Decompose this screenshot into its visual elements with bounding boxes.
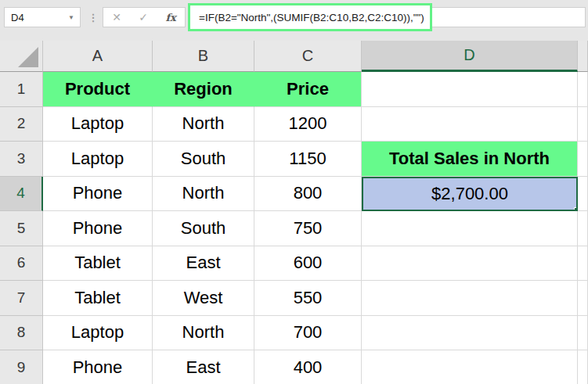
cell-e5[interactable] — [578, 211, 588, 246]
worksheet: A B C D 1 Product Region Price 2 Laptop … — [0, 41, 588, 384]
cell-b3[interactable]: South — [153, 142, 254, 177]
sheet-row-5: 5 Phone South 750 — [0, 211, 588, 246]
cell-c1[interactable]: Price — [254, 72, 362, 107]
cell-e9[interactable] — [578, 350, 588, 384]
cell-e8[interactable] — [578, 316, 588, 351]
cell-b9[interactable]: East — [153, 350, 254, 384]
cell-a5[interactable]: Phone — [43, 211, 153, 246]
cell-c5[interactable]: 750 — [254, 211, 362, 246]
name-box-value[interactable]: D4 — [5, 12, 68, 23]
cell-a2[interactable]: Laptop — [43, 107, 153, 142]
excel-window: D4 ▼ ⋮ ✕ ✓ fx =IF(B2="North",(SUMIF(B2:C… — [0, 0, 588, 384]
cell-a3[interactable]: Laptop — [43, 142, 153, 177]
cell-e4[interactable] — [578, 177, 588, 212]
cell-b5[interactable]: South — [153, 211, 254, 246]
sheet-row-4: 4 Phone North 800 $2,700.00 — [0, 177, 588, 212]
cell-b7[interactable]: West — [153, 281, 254, 316]
cell-c6[interactable]: 600 — [254, 246, 362, 282]
cell-d1[interactable] — [362, 72, 578, 107]
cell-c4[interactable]: 800 — [254, 177, 362, 212]
column-header-c[interactable]: C — [254, 41, 362, 72]
cell-e2[interactable] — [578, 107, 588, 142]
sheet-row-2: 2 Laptop North 1200 — [0, 107, 588, 142]
column-header-a[interactable]: A — [43, 41, 153, 72]
row-header-1[interactable]: 1 — [0, 72, 43, 107]
cell-d9[interactable] — [362, 350, 578, 384]
column-header-b[interactable]: B — [153, 41, 254, 72]
cell-c8[interactable]: 700 — [254, 316, 362, 351]
sheet-row-6: 6 Tablet East 600 — [0, 246, 588, 282]
cell-d3[interactable]: Total Sales in North — [362, 142, 578, 177]
cell-e7[interactable] — [578, 281, 588, 316]
cell-e6[interactable] — [578, 246, 588, 282]
sheet-row-9: 9 Phone East 400 — [0, 350, 588, 384]
cell-a1[interactable]: Product — [43, 72, 153, 107]
sheet-row-7: 7 Tablet West 550 — [0, 281, 588, 316]
insert-function-icon[interactable]: fx — [165, 13, 175, 23]
row-header-2[interactable]: 2 — [0, 107, 43, 142]
cell-b1[interactable]: Region — [153, 72, 254, 107]
cell-c7[interactable]: 550 — [254, 281, 362, 316]
row-header-9[interactable]: 9 — [0, 350, 43, 384]
select-all-triangle-icon — [18, 47, 38, 67]
row-header-6[interactable]: 6 — [0, 246, 43, 282]
column-header-row: A B C D — [0, 41, 588, 72]
name-box[interactable]: D4 ▼ — [4, 7, 81, 27]
cell-e3[interactable] — [578, 142, 588, 177]
formula-annotation-box: =IF(B2="North",(SUMIF(B2:C10,B2,C2:C10))… — [188, 3, 432, 31]
cell-d8[interactable] — [362, 316, 578, 351]
cell-c2[interactable]: 1200 — [254, 107, 362, 142]
column-header-e-sliver[interactable] — [578, 41, 588, 72]
formula-bar: D4 ▼ ⋮ ✕ ✓ fx =IF(B2="North",(SUMIF(B2:C… — [0, 0, 588, 41]
cell-c9[interactable]: 400 — [254, 350, 362, 384]
cell-a7[interactable]: Tablet — [43, 281, 153, 316]
cell-b8[interactable]: North — [153, 316, 254, 351]
sheet-row-8: 8 Laptop North 700 — [0, 316, 588, 351]
row-header-3[interactable]: 3 — [0, 142, 43, 177]
cell-b2[interactable]: North — [153, 107, 254, 142]
cell-d4-selected[interactable]: $2,700.00 — [362, 177, 578, 212]
name-box-dropdown-icon[interactable]: ▼ — [68, 14, 80, 21]
enter-icon[interactable]: ✓ — [139, 12, 148, 23]
cell-d2[interactable] — [362, 107, 578, 142]
row-header-7[interactable]: 7 — [0, 281, 43, 316]
column-header-d[interactable]: D — [362, 41, 578, 72]
select-all-button[interactable] — [0, 41, 43, 72]
cell-c3[interactable]: 1150 — [254, 142, 362, 177]
row-header-5[interactable]: 5 — [0, 211, 43, 246]
sheet-row-1: 1 Product Region Price — [0, 72, 588, 107]
cell-e1[interactable] — [578, 72, 588, 107]
cell-d5[interactable] — [362, 211, 578, 246]
cell-a6[interactable]: Tablet — [43, 246, 153, 282]
cell-b4[interactable]: North — [153, 177, 254, 212]
fill-handle[interactable] — [574, 207, 578, 211]
row-header-4[interactable]: 4 — [0, 177, 43, 212]
cell-d6[interactable] — [362, 246, 578, 282]
cell-a8[interactable]: Laptop — [43, 316, 153, 351]
formula-text[interactable]: =IF(B2="North",(SUMIF(B2:C10,B2,C2:C10))… — [190, 12, 424, 23]
cancel-icon[interactable]: ✕ — [112, 12, 121, 23]
cell-d7[interactable] — [362, 281, 578, 316]
formula-bar-separator-icon: ⋮ — [88, 7, 99, 27]
cell-a4[interactable]: Phone — [43, 177, 153, 212]
cell-a9[interactable]: Phone — [43, 350, 153, 384]
cell-b6[interactable]: East — [153, 246, 254, 282]
sheet-row-3: 3 Laptop South 1150 Total Sales in North — [0, 142, 588, 177]
formula-buttons: ✕ ✓ fx — [103, 7, 186, 27]
row-header-8[interactable]: 8 — [0, 316, 43, 351]
